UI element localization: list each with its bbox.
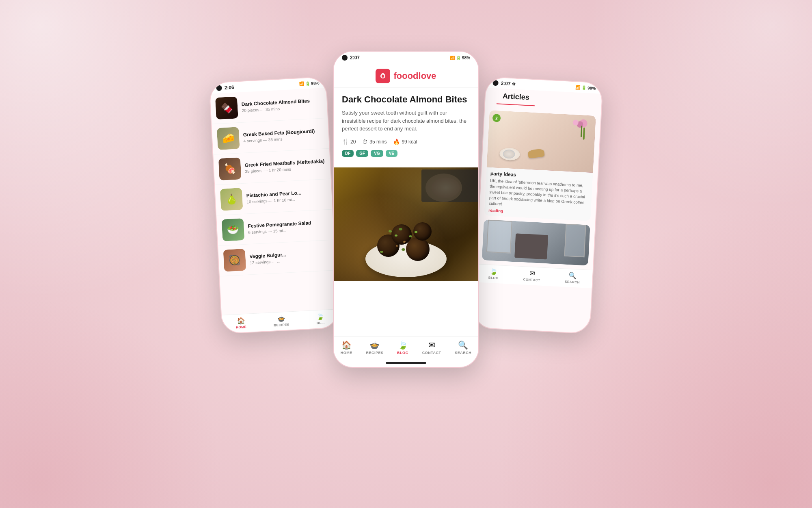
article-card-1[interactable]: 2 party ideas UK, the idea of 'afternoon… — [484, 110, 596, 221]
recipe-image — [334, 167, 478, 281]
diet-tags: DF GF VG VE — [342, 150, 470, 157]
time-right: 2:07 — [501, 80, 511, 87]
search-icon-right: 🔍 — [568, 271, 577, 280]
nav-blog-label: BL... — [317, 321, 325, 325]
servings-icon: 🍴 — [342, 139, 349, 145]
battery-icon-right: 🔋 — [581, 85, 587, 90]
blog-icon: 🍃 — [398, 340, 408, 350]
nav-contact-label: CONTACT — [422, 351, 441, 355]
article-text-1: party ideas UK, the idea of 'afternoon t… — [484, 167, 593, 221]
recipe-meta: 🍴 20 ⏱ 35 mins 🔥 99 kcal — [342, 139, 470, 145]
nav-blog-left[interactable]: 🍃 BL... — [316, 313, 325, 325]
calories-meta: 🔥 99 kcal — [393, 139, 417, 145]
calories-value: 99 kcal — [402, 139, 417, 145]
recipes-icon: 🍲 — [369, 340, 380, 350]
article-card-2[interactable] — [482, 219, 590, 266]
nav-search-label: SEARCH — [455, 351, 471, 355]
home-icon: 🏠 — [237, 317, 245, 325]
recipe-info: Greek Baked Feta (Bougiourdi) 4 servings… — [243, 128, 315, 143]
logo: fooodlove — [376, 69, 436, 83]
nav-search-label-right: SEARCH — [565, 280, 580, 284]
recipe-info: Dark Chocolate Almond Bites 20 pieces — … — [242, 98, 311, 113]
app-header: fooodlove — [334, 64, 478, 88]
nav-recipes-left[interactable]: 🍲 RECIPES — [273, 314, 289, 327]
nav-recipes-center[interactable]: 🍲 RECIPES — [366, 340, 383, 355]
recipes-icon: 🍲 — [277, 315, 285, 323]
status-icons-center: 📶 🔋 98% — [450, 56, 470, 60]
nav-recipes-label: RECIPES — [366, 351, 383, 355]
nav-home-label: HOME — [236, 325, 246, 329]
bottom-nav-right: 🍃 BLOG ✉ CONTACT 🔍 SEARCH — [476, 264, 593, 288]
nav-blog-right[interactable]: 🍃 BLOG — [488, 267, 499, 280]
recipe-thumb: 🍫 — [215, 96, 238, 119]
search-icon: 🔍 — [458, 340, 468, 350]
status-icons-left: 📶 🔋 98% — [299, 80, 320, 86]
tag-df: DF — [342, 150, 354, 157]
article-excerpt-1: UK, the idea of 'afternoon tea' was anat… — [489, 178, 588, 212]
article-image-2 — [482, 219, 590, 266]
wifi-icon-right: 📶 — [575, 85, 581, 90]
phones-container: 2:06 📶 🔋 98% 🍫 Dark Chocolate Almond Bit… — [223, 30, 589, 478]
phone-center: 2:07 📶 🔋 98% fooodlove — [333, 51, 479, 368]
nav-search-right[interactable]: 🔍 SEARCH — [565, 271, 580, 284]
blog-icon: 🍃 — [316, 313, 324, 321]
calories-icon: 🔥 — [393, 139, 400, 145]
recipe-thumb: 🧀 — [217, 127, 240, 150]
recipe-info: Greek Fried Meatballs (Keftedakia) 35 pi… — [244, 158, 325, 174]
nav-contact-center[interactable]: ✉ CONTACT — [422, 340, 441, 355]
recipe-list: 🍫 Dark Chocolate Almond Bites 20 pieces … — [210, 88, 337, 315]
tag-vg: VG — [371, 150, 383, 157]
servings-meta: 🍴 20 — [342, 139, 356, 145]
recipe-info: Festive Pomegranate Salad 6 servings — 1… — [248, 220, 311, 235]
camera-right — [492, 80, 499, 86]
signal-icon: 🔋 — [456, 56, 461, 60]
contact-icon-right: ✉ — [529, 269, 535, 278]
servings-value: 20 — [350, 139, 356, 145]
logo-icon — [376, 69, 390, 83]
camera-center — [342, 55, 348, 61]
phone-left: 2:06 📶 🔋 98% 🍫 Dark Chocolate Almond Bit… — [209, 76, 339, 334]
list-item[interactable]: 🥘 Veggie Bulgur... 12 servings — ... — [218, 240, 336, 276]
content-area: Dark Chocolate Almond Bites Satisfy your… — [334, 88, 478, 336]
logo-text: fooodlove — [393, 71, 436, 81]
recipe-hero: Dark Chocolate Almond Bites Satisfy your… — [334, 88, 478, 167]
time-meta: ⏱ 35 mins — [362, 139, 387, 145]
status-bar-center: 2:07 📶 🔋 98% — [334, 52, 478, 64]
home-indicator — [386, 362, 426, 364]
contact-icon: ✉ — [428, 340, 435, 350]
time-value: 35 mins — [369, 139, 387, 145]
nav-home-label: HOME — [341, 351, 352, 355]
nav-search-center[interactable]: 🔍 SEARCH — [455, 340, 471, 355]
recipe-title: Dark Chocolate Almond Bites — [342, 94, 470, 105]
nav-home-left[interactable]: 🏠 HOME — [235, 317, 247, 329]
recipe-info: Pistachio and Pear Lo... 10 servings — 1… — [246, 190, 302, 204]
time-left: 2:06 — [224, 85, 234, 91]
tag-ve: VE — [386, 150, 397, 157]
battery-center: 98% — [462, 56, 470, 60]
time-icon: ⏱ — [362, 139, 368, 145]
phone-right: 2:07 ✿ 📶 🔋 98% Articles — [473, 76, 603, 334]
recipe-thumb: 🥘 — [223, 249, 246, 272]
articles-header: Articles — [497, 90, 536, 106]
home-icon: 🏠 — [341, 340, 352, 350]
recipe-thumb: 🥗 — [222, 218, 245, 241]
status-icons-right: 📶 🔋 98% — [575, 85, 596, 91]
tag-gf: GF — [356, 150, 368, 157]
nav-contact-right[interactable]: ✉ CONTACT — [523, 269, 541, 282]
nav-recipes-label: RECIPES — [274, 323, 289, 327]
recipe-info: Veggie Bulgur... 12 servings — ... — [249, 252, 286, 265]
recipe-description: Satisfy your sweet tooth without guilt w… — [342, 109, 470, 133]
nav-home-center[interactable]: 🏠 HOME — [341, 340, 352, 355]
bottom-nav-center: 🏠 HOME 🍲 RECIPES 🍃 BLOG ✉ CONTACT 🔍 SEAR… — [334, 336, 478, 360]
nav-contact-label-right: CONTACT — [523, 278, 540, 282]
camera-left — [216, 85, 222, 91]
recipe-thumb: 🍐 — [220, 188, 243, 211]
recipe-thumb: 🍖 — [218, 157, 242, 180]
wifi-icon: 📶 — [450, 56, 455, 60]
nav-blog-label: BLOG — [397, 351, 408, 355]
blog-icon-right: 🍃 — [490, 267, 498, 276]
nav-blog-center[interactable]: 🍃 BLOG — [397, 340, 408, 355]
time-center: 2:07 — [350, 55, 360, 61]
article-image-1: 2 — [487, 110, 596, 173]
nav-blog-label-right: BLOG — [488, 276, 499, 280]
